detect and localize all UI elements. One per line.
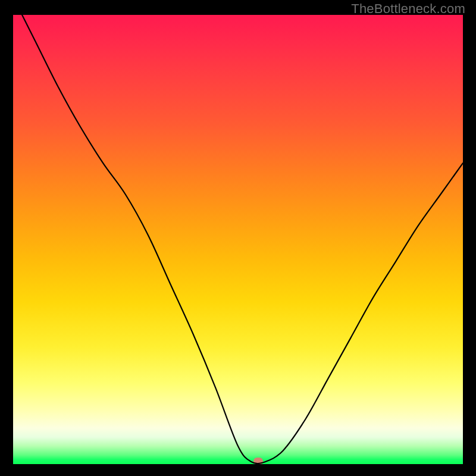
plot-area <box>13 15 463 464</box>
chart-frame: TheBottleneck.com <box>0 0 476 476</box>
watermark-text: TheBottleneck.com <box>351 1 465 17</box>
bottleneck-curve <box>13 15 463 464</box>
